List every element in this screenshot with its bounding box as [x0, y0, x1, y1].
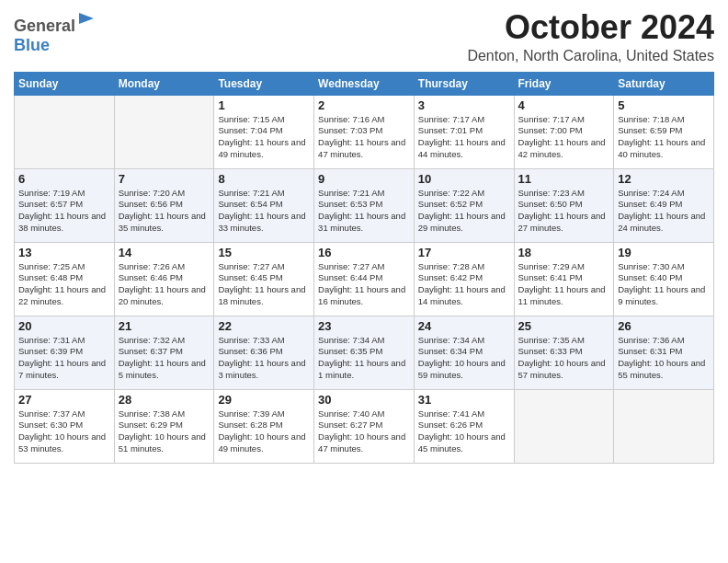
calendar-cell: 3Sunrise: 7:17 AM Sunset: 7:01 PM Daylig… — [414, 95, 514, 168]
day-number: 17 — [418, 246, 510, 259]
title-area: October 2024 Denton, North Carolina, Uni… — [467, 9, 714, 64]
day-number: 29 — [218, 393, 310, 407]
weekday-header-sunday: Sunday — [15, 72, 115, 95]
calendar-cell: 12Sunrise: 7:24 AM Sunset: 6:49 PM Dayli… — [614, 168, 714, 242]
day-number: 11 — [518, 172, 610, 186]
day-number: 16 — [318, 246, 410, 259]
calendar-cell: 27Sunrise: 7:37 AM Sunset: 6:30 PM Dayli… — [15, 389, 115, 463]
calendar-cell: 5Sunrise: 7:18 AM Sunset: 6:59 PM Daylig… — [614, 95, 714, 168]
day-number: 12 — [618, 172, 710, 186]
day-info: Sunrise: 7:27 AM Sunset: 6:44 PM Dayligh… — [318, 261, 410, 308]
day-number: 13 — [18, 246, 110, 259]
day-number: 4 — [518, 98, 610, 112]
day-info: Sunrise: 7:22 AM Sunset: 6:52 PM Dayligh… — [418, 188, 510, 235]
calendar-cell — [614, 389, 714, 463]
day-info: Sunrise: 7:19 AM Sunset: 6:57 PM Dayligh… — [18, 188, 110, 235]
day-info: Sunrise: 7:20 AM Sunset: 6:56 PM Dayligh… — [119, 188, 210, 235]
day-info: Sunrise: 7:28 AM Sunset: 6:42 PM Dayligh… — [418, 261, 510, 308]
day-number: 26 — [618, 319, 710, 333]
day-number: 1 — [218, 98, 310, 112]
day-number: 30 — [318, 393, 410, 407]
calendar-cell: 19Sunrise: 7:30 AM Sunset: 6:40 PM Dayli… — [614, 242, 714, 316]
day-number: 28 — [119, 393, 210, 407]
day-number: 5 — [618, 98, 710, 112]
calendar-cell: 6Sunrise: 7:19 AM Sunset: 6:57 PM Daylig… — [15, 168, 115, 242]
calendar-cell: 1Sunrise: 7:15 AM Sunset: 7:04 PM Daylig… — [214, 95, 314, 168]
day-info: Sunrise: 7:32 AM Sunset: 6:37 PM Dayligh… — [119, 335, 210, 382]
calendar-cell: 8Sunrise: 7:21 AM Sunset: 6:54 PM Daylig… — [214, 168, 314, 242]
day-number: 9 — [318, 172, 410, 186]
calendar-cell: 9Sunrise: 7:21 AM Sunset: 6:53 PM Daylig… — [314, 168, 415, 242]
day-info: Sunrise: 7:33 AM Sunset: 6:36 PM Dayligh… — [218, 335, 310, 382]
calendar-cell — [514, 389, 614, 463]
calendar-cell: 2Sunrise: 7:16 AM Sunset: 7:03 PM Daylig… — [314, 95, 415, 168]
day-number: 15 — [218, 246, 310, 259]
day-number: 19 — [618, 246, 710, 259]
day-info: Sunrise: 7:23 AM Sunset: 6:50 PM Dayligh… — [518, 188, 610, 235]
day-number: 20 — [18, 319, 110, 333]
day-info: Sunrise: 7:37 AM Sunset: 6:30 PM Dayligh… — [18, 408, 110, 455]
logo: General Blue — [14, 9, 96, 55]
day-number: 3 — [418, 98, 510, 112]
day-info: Sunrise: 7:38 AM Sunset: 6:29 PM Dayligh… — [119, 408, 210, 455]
day-number: 23 — [318, 319, 410, 333]
day-info: Sunrise: 7:16 AM Sunset: 7:03 PM Dayligh… — [318, 114, 410, 161]
location-title: Denton, North Carolina, United States — [467, 48, 714, 64]
calendar-cell — [15, 95, 115, 168]
calendar-cell: 15Sunrise: 7:27 AM Sunset: 6:45 PM Dayli… — [214, 242, 314, 316]
day-info: Sunrise: 7:26 AM Sunset: 6:46 PM Dayligh… — [119, 261, 210, 308]
day-number: 18 — [518, 246, 610, 259]
calendar-week-row: 6Sunrise: 7:19 AM Sunset: 6:57 PM Daylig… — [15, 168, 714, 242]
calendar-cell: 24Sunrise: 7:34 AM Sunset: 6:34 PM Dayli… — [414, 316, 514, 389]
calendar-cell: 17Sunrise: 7:28 AM Sunset: 6:42 PM Dayli… — [414, 242, 514, 316]
day-info: Sunrise: 7:34 AM Sunset: 6:35 PM Dayligh… — [318, 335, 410, 382]
day-info: Sunrise: 7:35 AM Sunset: 6:33 PM Dayligh… — [518, 335, 610, 382]
calendar-cell: 13Sunrise: 7:25 AM Sunset: 6:48 PM Dayli… — [15, 242, 115, 316]
day-info: Sunrise: 7:21 AM Sunset: 6:54 PM Dayligh… — [218, 188, 310, 235]
calendar-cell: 18Sunrise: 7:29 AM Sunset: 6:41 PM Dayli… — [514, 242, 614, 316]
day-info: Sunrise: 7:24 AM Sunset: 6:49 PM Dayligh… — [618, 188, 710, 235]
day-number: 6 — [18, 172, 110, 186]
calendar-cell — [114, 95, 214, 168]
day-number: 31 — [418, 393, 510, 407]
month-title: October 2024 — [467, 9, 714, 46]
calendar-cell: 4Sunrise: 7:17 AM Sunset: 7:00 PM Daylig… — [514, 95, 614, 168]
day-number: 8 — [218, 172, 310, 186]
svg-marker-0 — [79, 13, 94, 24]
day-info: Sunrise: 7:39 AM Sunset: 6:28 PM Dayligh… — [218, 408, 310, 455]
calendar-cell: 23Sunrise: 7:34 AM Sunset: 6:35 PM Dayli… — [314, 316, 415, 389]
day-info: Sunrise: 7:27 AM Sunset: 6:45 PM Dayligh… — [218, 261, 310, 308]
header: General Blue October 2024 Denton, North … — [14, 9, 714, 64]
day-number: 24 — [418, 319, 510, 333]
weekday-header-thursday: Thursday — [414, 72, 514, 95]
calendar-cell: 14Sunrise: 7:26 AM Sunset: 6:46 PM Dayli… — [114, 242, 214, 316]
day-info: Sunrise: 7:17 AM Sunset: 7:01 PM Dayligh… — [418, 114, 510, 161]
calendar-cell: 20Sunrise: 7:31 AM Sunset: 6:39 PM Dayli… — [15, 316, 115, 389]
calendar-cell: 26Sunrise: 7:36 AM Sunset: 6:31 PM Dayli… — [614, 316, 714, 389]
day-info: Sunrise: 7:40 AM Sunset: 6:27 PM Dayligh… — [318, 408, 410, 455]
day-info: Sunrise: 7:34 AM Sunset: 6:34 PM Dayligh… — [418, 335, 510, 382]
logo-general: General — [14, 17, 75, 35]
day-info: Sunrise: 7:17 AM Sunset: 7:00 PM Dayligh… — [518, 114, 610, 161]
logo-flag-icon — [77, 11, 96, 31]
calendar-cell: 10Sunrise: 7:22 AM Sunset: 6:52 PM Dayli… — [414, 168, 514, 242]
day-number: 25 — [518, 319, 610, 333]
day-number: 22 — [218, 319, 310, 333]
calendar-week-row: 1Sunrise: 7:15 AM Sunset: 7:04 PM Daylig… — [15, 95, 714, 168]
weekday-header-saturday: Saturday — [614, 72, 714, 95]
day-number: 10 — [418, 172, 510, 186]
day-info: Sunrise: 7:36 AM Sunset: 6:31 PM Dayligh… — [618, 335, 710, 382]
weekday-header-wednesday: Wednesday — [314, 72, 415, 95]
day-info: Sunrise: 7:15 AM Sunset: 7:04 PM Dayligh… — [218, 114, 310, 161]
day-info: Sunrise: 7:41 AM Sunset: 6:26 PM Dayligh… — [418, 408, 510, 455]
calendar-cell: 16Sunrise: 7:27 AM Sunset: 6:44 PM Dayli… — [314, 242, 415, 316]
weekday-header-friday: Friday — [514, 72, 614, 95]
day-info: Sunrise: 7:31 AM Sunset: 6:39 PM Dayligh… — [18, 335, 110, 382]
calendar-cell: 7Sunrise: 7:20 AM Sunset: 6:56 PM Daylig… — [114, 168, 214, 242]
calendar-cell: 30Sunrise: 7:40 AM Sunset: 6:27 PM Dayli… — [314, 389, 415, 463]
day-info: Sunrise: 7:18 AM Sunset: 6:59 PM Dayligh… — [618, 114, 710, 161]
day-info: Sunrise: 7:21 AM Sunset: 6:53 PM Dayligh… — [318, 188, 410, 235]
weekday-header-tuesday: Tuesday — [214, 72, 314, 95]
day-info: Sunrise: 7:29 AM Sunset: 6:41 PM Dayligh… — [518, 261, 610, 308]
calendar-cell: 22Sunrise: 7:33 AM Sunset: 6:36 PM Dayli… — [214, 316, 314, 389]
